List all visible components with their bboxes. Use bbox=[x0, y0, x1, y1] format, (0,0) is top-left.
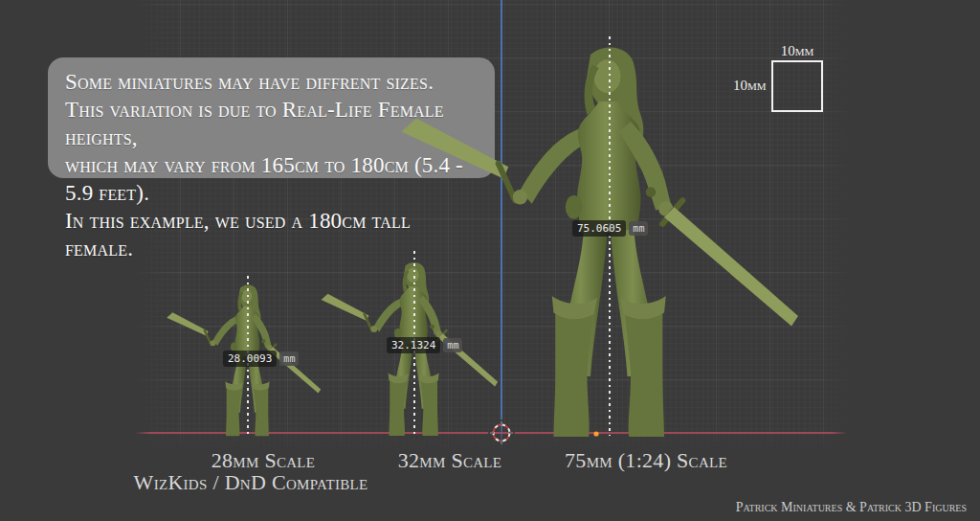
origin-3d-cursor bbox=[487, 419, 516, 447]
miniature-75mm-figure[interactable] bbox=[396, 41, 832, 443]
measure-unit-28mm: mm bbox=[279, 351, 299, 366]
object-origin-dot bbox=[592, 430, 600, 438]
blender-viewport[interactable]: Some miniatures may have diffrent sizes.… bbox=[0, 0, 980, 521]
measure-value-28mm: 28.0093 bbox=[223, 351, 277, 367]
measure-value-75mm: 75.0605 bbox=[572, 220, 626, 237]
reference-square-side-label: 10mm bbox=[733, 79, 766, 93]
measure-label-32mm: 32.1324 mm bbox=[387, 337, 462, 353]
measure-unit-32mm: mm bbox=[443, 338, 462, 352]
measure-value-32mm: 32.1324 bbox=[387, 337, 440, 353]
scale-label-75mm: 75mm (1:24) Scale bbox=[565, 448, 727, 473]
measure-unit-75mm: mm bbox=[629, 221, 648, 236]
reference-square-10mm bbox=[771, 60, 823, 112]
measure-label-28mm: 28.0093 mm bbox=[223, 351, 299, 367]
measure-label-75mm: 75.0605 mm bbox=[572, 220, 648, 237]
scale-label-32mm: 32mm Scale bbox=[398, 448, 502, 473]
scale-sublabel-wizkids-dnd: WizKids / DnD Compatible bbox=[134, 470, 368, 495]
reference-square-top-label: 10mm bbox=[771, 44, 823, 58]
credit-text: Patrick Miniatures & Patrick 3D Figures bbox=[736, 500, 967, 515]
